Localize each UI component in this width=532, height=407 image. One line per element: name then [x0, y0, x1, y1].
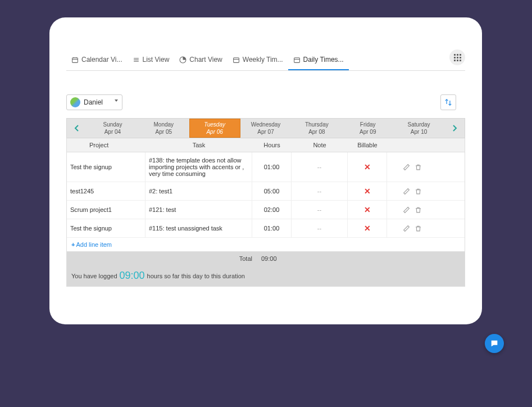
day-cell[interactable]: ThursdayApr 08: [291, 119, 342, 138]
apps-grid-icon: [454, 54, 461, 61]
x-icon: ✕: [364, 162, 371, 171]
cell-hours: 01:00: [252, 152, 292, 182]
tab-label: Weekly Tim...: [243, 56, 283, 64]
user-select[interactable]: Daniel: [66, 94, 122, 110]
col-billable: Billable: [348, 138, 387, 152]
cell-actions: [387, 201, 438, 219]
table-row: test1245#2: test105:00--✕: [67, 182, 465, 201]
add-line-label: Add line item: [76, 241, 112, 248]
view-tabs: Calendar Vi... List View Chart View Week…: [66, 51, 465, 71]
tab-calendar-view[interactable]: Calendar Vi...: [66, 51, 128, 70]
plus-icon: +: [71, 241, 75, 248]
cell-hours: 05:00: [252, 182, 292, 200]
table-row: Scrum project1#121: test02:00--✕: [67, 201, 465, 219]
cell-task: #2: test1: [145, 182, 252, 200]
col-actions: [387, 138, 438, 152]
cell-billable[interactable]: ✕: [348, 152, 387, 182]
tab-label: Calendar Vi...: [81, 56, 122, 64]
col-hours: Hours: [252, 138, 292, 152]
edit-icon[interactable]: [403, 206, 410, 214]
cell-actions: [387, 152, 438, 182]
sort-icon: [444, 98, 452, 106]
chat-fab[interactable]: [485, 334, 504, 353]
col-note: Note: [292, 138, 348, 152]
cell-hours: 01:00: [252, 219, 292, 237]
tab-label: Daily Times...: [303, 56, 344, 64]
day-weekday: Thursday: [291, 121, 342, 128]
logged-suffix: hours so far this day to this duration: [147, 273, 245, 279]
tab-label: List View: [143, 56, 170, 64]
apps-menu-button[interactable]: [449, 49, 465, 65]
delete-icon[interactable]: [415, 188, 422, 195]
cell-note: --: [292, 182, 348, 200]
day-cell[interactable]: TuesdayApr 06: [189, 119, 240, 138]
tab-daily-timesheet[interactable]: Daily Times...: [288, 51, 349, 70]
tab-label: Chart View: [189, 56, 222, 64]
cell-note: --: [292, 152, 348, 182]
app-card: Calendar Vi... List View Chart View Week…: [49, 17, 482, 324]
pie-chart-icon: [179, 56, 187, 64]
tab-chart-view[interactable]: Chart View: [174, 51, 227, 70]
add-line-item-button[interactable]: +Add line item: [67, 238, 465, 252]
day-date: Apr 05: [138, 128, 189, 135]
user-name: Daniel: [84, 98, 103, 106]
cell-billable[interactable]: ✕: [348, 219, 387, 237]
total-row: Total 09:00: [67, 252, 465, 265]
svg-rect-8: [233, 57, 239, 62]
day-weekday: Tuesday: [189, 121, 240, 128]
cell-project: Test the signup: [67, 219, 145, 237]
filter-row: Daniel: [66, 94, 465, 110]
avatar: [70, 97, 80, 107]
day-cell[interactable]: FridayApr 09: [342, 119, 393, 138]
prev-week-button[interactable]: [67, 119, 87, 138]
delete-icon[interactable]: [415, 206, 422, 214]
cell-task: #115: test unassigned task: [145, 219, 252, 237]
cell-project: test1245: [67, 182, 145, 200]
cell-note: --: [292, 201, 348, 219]
x-icon: ✕: [364, 224, 371, 233]
x-icon: ✕: [364, 205, 371, 214]
day-cell[interactable]: SaturdayApr 10: [393, 119, 444, 138]
total-value: 09:00: [257, 255, 296, 262]
edit-icon[interactable]: [403, 225, 410, 232]
tab-list-view[interactable]: List View: [128, 51, 175, 70]
sort-button[interactable]: [440, 94, 456, 110]
day-date: Apr 06: [189, 128, 240, 135]
cell-billable[interactable]: ✕: [348, 201, 387, 219]
day-date: Apr 09: [342, 128, 393, 135]
svg-rect-10: [294, 57, 299, 62]
tab-weekly-timesheet[interactable]: Weekly Tim...: [228, 51, 288, 70]
day-cell[interactable]: WednesdayApr 07: [240, 119, 292, 138]
cell-actions: [387, 219, 438, 237]
logged-value: 09:00: [120, 270, 145, 282]
next-week-button[interactable]: [444, 119, 465, 138]
logged-prefix: You have logged: [71, 273, 117, 279]
delete-icon[interactable]: [415, 164, 422, 171]
cell-task: #138: the template does not allow import…: [145, 152, 252, 182]
day-date: Apr 08: [291, 128, 342, 135]
chevron-right-icon: [452, 125, 457, 132]
edit-icon[interactable]: [403, 188, 410, 195]
chevron-left-icon: [74, 125, 80, 132]
delete-icon[interactable]: [415, 225, 422, 232]
cell-project: Test the signup: [67, 152, 145, 182]
logged-summary: You have logged 09:00 hours so far this …: [67, 265, 465, 286]
table-row: Test the signup#138: the template does n…: [67, 152, 465, 182]
svg-rect-0: [72, 57, 78, 62]
cell-billable[interactable]: ✕: [348, 182, 387, 200]
cell-actions: [387, 182, 438, 200]
day-date: Apr 10: [393, 128, 444, 135]
calendar-icon: [293, 56, 301, 64]
day-strip: SundayApr 04MondayApr 05TuesdayApr 06Wed…: [66, 118, 465, 138]
calendar-icon: [233, 56, 240, 64]
chat-icon: [490, 339, 499, 348]
edit-icon[interactable]: [403, 164, 410, 171]
day-weekday: Monday: [138, 121, 189, 128]
day-date: Apr 07: [240, 128, 292, 135]
day-weekday: Saturday: [393, 121, 444, 128]
day-cell[interactable]: SundayApr 04: [87, 119, 138, 138]
cell-task: #121: test: [145, 201, 252, 219]
day-weekday: Friday: [342, 121, 393, 128]
day-weekday: Sunday: [87, 121, 138, 128]
day-cell[interactable]: MondayApr 05: [138, 119, 189, 138]
